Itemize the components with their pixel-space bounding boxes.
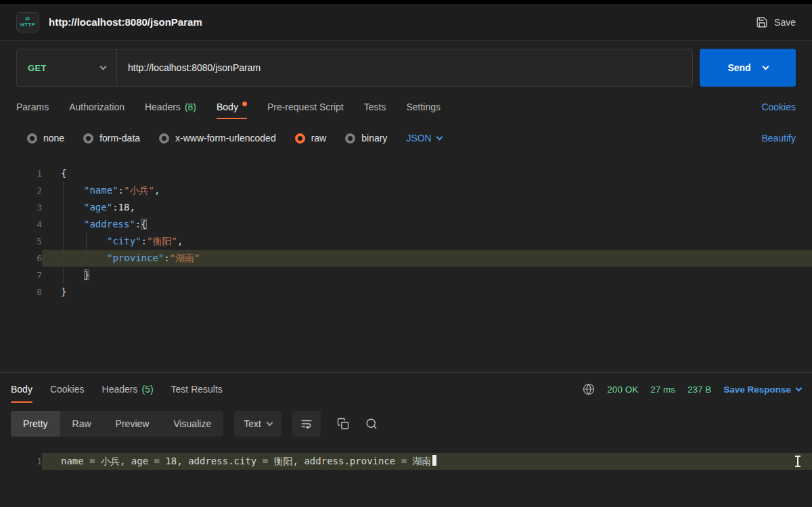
tab-settings[interactable]: Settings [406,92,441,122]
indent-guide [63,182,64,284]
line-number: 2 [0,182,42,199]
send-button-label: Send [727,62,750,73]
response-tab-test-results-label: Test Results [171,384,223,395]
request-header-left: ⇄ HTTP http://localhost:8080/jsonParam [16,12,202,32]
tab-pre-request-script-label: Pre-request Script [267,102,344,112]
search-response-button[interactable] [365,411,378,437]
response-tab-body-label: Body [11,384,32,395]
tab-settings-label: Settings [406,102,441,112]
network-globe-icon[interactable] [583,383,595,395]
url-group: GET [16,49,693,87]
response-tab-cookies[interactable]: Cookies [50,373,85,405]
line-number: 6 [0,250,42,267]
response-body-viewer[interactable]: 1 name = 小兵, age = 18, address.city = 衡阳… [0,442,812,470]
response-tab-headers-label: Headers [102,384,138,395]
tab-params[interactable]: Params [16,92,49,122]
tab-authorization[interactable]: Authorization [69,92,125,122]
save-response-button[interactable]: Save Response [723,384,801,395]
response-view-group: Pretty Raw Preview Visualize [11,411,223,437]
response-time: 27 ms [650,384,675,395]
response-tab-test-results[interactable]: Test Results [171,373,223,405]
tab-headers[interactable]: Headers (8) [145,92,196,122]
send-button[interactable]: Send [700,49,796,87]
editor-line: 3 "age":18, [0,199,812,216]
method-select-value: GET [28,63,47,73]
tab-headers-label: Headers [145,102,181,112]
wrap-lines-button[interactable] [292,411,321,437]
request-header: ⇄ HTTP http://localhost:8080/jsonParam S… [0,4,812,41]
body-type-none-label: none [43,133,64,144]
body-type-x-www-form-urlencoded[interactable]: x-www-form-urlencoded [159,133,276,144]
editor-line: 5 "city":"衡阳", [0,233,812,250]
status-badge: 200 OK [607,384,638,395]
request-body-editor[interactable]: 1 { 2 "name":"小兵", 3 "age":18, 4 "addres… [0,154,812,372]
body-type-options: none form-data x-www-form-urlencoded raw… [0,122,812,154]
http-arrows-icon: ⇄ [25,16,30,22]
editor-line: 7 } [0,267,812,284]
save-response-label: Save Response [723,384,791,395]
view-raw-button[interactable]: Raw [60,411,104,437]
body-type-raw[interactable]: raw [295,133,327,144]
response-headers-count-badge: (5) [141,384,153,395]
response-format-select[interactable]: Text [234,411,281,437]
tab-body-label: Body [217,102,238,112]
search-icon [365,418,378,430]
request-title: http://localhost:8080/jsonParam [49,16,202,28]
view-pretty-button[interactable]: Pretty [11,411,60,437]
body-type-binary[interactable]: binary [345,133,387,144]
copy-icon [337,418,349,430]
editor-line: 4 "address":{ [0,216,812,233]
save-button[interactable]: Save [756,16,796,28]
copy-response-button[interactable] [337,411,349,437]
url-input[interactable] [117,49,692,86]
indent-guide [86,233,87,267]
beautify-link[interactable]: Beautify [761,133,796,144]
body-type-form-data[interactable]: form-data [83,133,140,144]
response-size: 237 B [687,384,711,395]
app-window: ⇄ HTTP http://localhost:8080/jsonParam S… [0,0,812,507]
body-type-form-data-label: form-data [99,133,140,144]
request-tabs: Params Authorization Headers (8) Body Pr… [0,92,812,122]
tab-body[interactable]: Body [217,92,247,122]
radio-unselected-icon [159,133,169,144]
body-type-none[interactable]: none [27,133,64,144]
editor-line-current: 6 "province":"湖南" [0,250,812,267]
raw-format-value: JSON [406,133,431,144]
method-select[interactable]: GET [17,49,117,86]
headers-count-badge: (8) [185,102,196,112]
tab-params-label: Params [16,102,49,112]
response-format-chevron-icon [266,419,273,426]
tab-authorization-label: Authorization [69,102,125,112]
response-tab-body[interactable]: Body [11,373,32,405]
response-tab-cookies-label: Cookies [50,384,85,395]
format-chevron-down-icon [436,133,443,140]
body-type-raw-label: raw [311,133,327,144]
tab-pre-request-script[interactable]: Pre-request Script [267,92,344,122]
line-number: 7 [0,267,42,284]
view-visualize-button[interactable]: Visualize [161,411,223,437]
editor-line: 2 "name":"小兵", [0,182,812,199]
response-meta: 200 OK 27 ms 237 B Save Response [583,383,801,395]
response-body-text: name = 小兵, age = 18, address.city = 衡阳, … [61,456,432,466]
body-type-binary-label: binary [361,133,387,144]
response-format-value: Text [244,418,261,429]
mouse-text-cursor-icon [797,456,798,466]
line-number: 4 [0,216,42,233]
request-url-row: GET Send [0,41,812,87]
line-number: 1 [0,453,42,470]
line-number: 8 [0,284,42,301]
response-line-current: 1 name = 小兵, age = 18, address.city = 衡阳… [0,453,812,470]
tab-tests-label: Tests [364,102,386,112]
raw-format-select[interactable]: JSON [406,133,441,144]
radio-unselected-icon [27,133,37,144]
view-preview-button[interactable]: Preview [104,411,162,437]
line-number: 1 [0,165,42,182]
http-request-icon: ⇄ HTTP [16,12,39,32]
response-tab-headers[interactable]: Headers (5) [102,373,154,405]
radio-selected-icon [295,133,305,144]
body-type-urlencoded-label: x-www-form-urlencoded [175,133,276,144]
tab-tests[interactable]: Tests [364,92,386,122]
cookies-link[interactable]: Cookies [761,102,796,112]
matched-bracket: } [84,269,89,280]
response-tabs: Body Cookies Headers (5) Test Results 20… [0,373,812,405]
